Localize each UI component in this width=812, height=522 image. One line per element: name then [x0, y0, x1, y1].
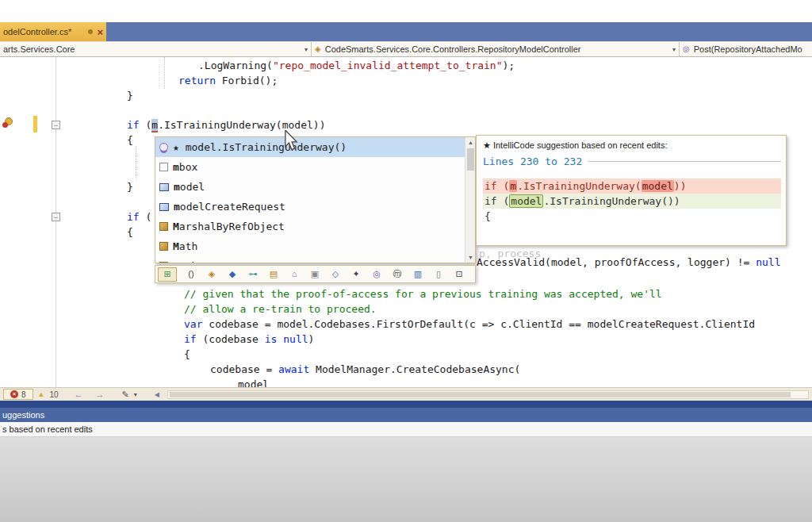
error-dot	[2, 122, 8, 128]
changed-line-indicator	[33, 116, 37, 132]
indent-guide	[136, 146, 136, 179]
modules-filter-icon[interactable]: ◆	[223, 267, 242, 282]
error-count-button[interactable]: × 8	[3, 389, 33, 400]
scroll-up-icon[interactable]: ▲	[465, 137, 476, 148]
window-divider-bar	[0, 401, 812, 408]
extension-methods-filter-icon[interactable]: ⊶	[243, 267, 262, 282]
suggestions-list-item[interactable]: s based on recent edits	[0, 422, 812, 437]
code-line: // given that the proof-of-access for a …	[184, 288, 662, 301]
completion-item[interactable]: MathF	[155, 256, 465, 263]
star-icon: ★	[483, 140, 491, 150]
objects-filter-icon[interactable]: ▣	[305, 267, 324, 282]
code-line: // allow a re-train to proceed.	[184, 303, 377, 316]
pen-icon[interactable]: ✎	[122, 390, 129, 400]
navigate-back-icon[interactable]: ←	[75, 390, 83, 399]
code-line: {	[184, 348, 190, 361]
outlining-margin-line	[56, 57, 56, 387]
code-line: .LogWarning("repo_model_invalid_attempt_…	[198, 59, 515, 72]
code-line: {	[127, 226, 133, 239]
templates-filter-icon[interactable]: ▥	[408, 267, 427, 282]
class-icon	[159, 222, 168, 231]
quick-action-lightbulb-icon[interactable]	[2, 117, 13, 128]
type-dropdown[interactable]: ◈ CodeSmarts.Services.Core.Controllers.R…	[312, 42, 680, 56]
error-icon: ×	[10, 390, 18, 398]
intellicode-diff-line: if (model.IsTrainingUnderway())	[483, 194, 781, 209]
horizontal-scrollbar-thumb[interactable]	[170, 392, 791, 397]
classes-filter-icon[interactable]: ◈	[202, 267, 221, 282]
scroll-left-icon[interactable]: ◀	[155, 391, 159, 398]
tab-modelcontroller[interactable]: odelController.cs* ×	[0, 22, 106, 41]
intellicode-header-text: IntelliCode suggestion based on recent e…	[493, 140, 668, 150]
methods-filter-icon[interactable]: ◎	[367, 267, 386, 282]
completion-item[interactable]: model	[155, 177, 465, 197]
completion-item[interactable]: modelCreateRequest	[155, 197, 465, 217]
project-dropdown[interactable]: arts.Services.Core ▾	[0, 42, 312, 56]
scroll-down-icon[interactable]: ▼	[465, 252, 476, 263]
interfaces-filter-icon[interactable]: ◇	[326, 267, 345, 282]
box-icon	[159, 163, 168, 171]
namespaces-filter-icon[interactable]: ⌂	[285, 267, 304, 282]
code-line: var codebase = model.Codebases.FirstOrDe…	[184, 318, 755, 331]
type-dropdown-label: CodeSmarts.Services.Core.Controllers.Rep…	[325, 44, 668, 54]
intellicode-diff-line: if (m.IsTrainingUnderway(model))	[483, 178, 781, 194]
code-line: AccessValid(model, proofOfAccess, logger…	[477, 256, 781, 269]
code-line: if (	[127, 211, 151, 224]
divider	[588, 161, 781, 162]
keywords-filter-icon[interactable]: ▯	[429, 267, 448, 282]
lines-range-label: Lines 230 to 232	[483, 155, 582, 167]
completion-item[interactable]: MarshalByRefObject	[155, 217, 465, 236]
code-line: codebase = await ModelManager.CreateCode…	[210, 363, 520, 376]
scrollbar-thumb[interactable]	[467, 148, 474, 171]
desktop-background	[0, 437, 812, 522]
completion-item-label: Math	[173, 240, 197, 252]
warning-count: 10	[49, 390, 58, 399]
error-count: 8	[21, 390, 26, 399]
completion-item[interactable]: Math	[155, 236, 465, 256]
expander-filter-icon[interactable]: ⊞	[158, 267, 177, 282]
completion-item-label: MarshalByRefObject	[173, 221, 285, 232]
intellicode-diff-line: {	[483, 209, 781, 224]
pin-icon[interactable]	[88, 29, 93, 34]
intellicode-header: ★ IntelliCode suggestion based on recent…	[483, 140, 781, 151]
locals-filter-icon[interactable]: ⓜ	[388, 267, 407, 282]
indent-guide	[164, 57, 165, 89]
code-editor[interactable]: – – .LogWarning("repo_model_invalid_atte…	[0, 57, 812, 387]
operators-filter-icon[interactable]: ()	[182, 267, 201, 282]
project-dropdown-label: arts.Services.Core	[3, 44, 301, 54]
completion-filter-bar: ⊞()◈◆⊶▤⌂▣◇✦◎ⓜ▥▯⊡	[155, 265, 476, 283]
completion-item[interactable]: mbox	[155, 157, 465, 177]
class-icon	[159, 242, 168, 251]
chevron-down-icon: ▾	[304, 46, 308, 53]
code-line: model	[238, 378, 269, 387]
code-line: {	[127, 134, 133, 147]
editor-status-strip: × 8 ▲ 10 ← → ✎ ▾ ◀	[0, 387, 812, 401]
code-line: return Forbid();	[178, 75, 278, 87]
properties-filter-icon[interactable]: ✦	[347, 267, 366, 282]
completion-item-label: mbox	[173, 161, 197, 173]
collapse-toggle[interactable]: –	[52, 213, 60, 221]
collapse-toggle[interactable]: –	[52, 121, 60, 129]
snippets-filter-icon[interactable]: ⊡	[450, 267, 469, 282]
completion-item-label: MathF	[173, 260, 204, 263]
horizontal-scrollbar[interactable]	[167, 390, 809, 399]
completion-scrollbar[interactable]: ▲ ▼	[465, 137, 475, 263]
suggestions-titlebar[interactable]: uggestions	[0, 408, 812, 422]
window-top-area	[0, 0, 812, 22]
completion-item-label: model	[174, 181, 205, 193]
local-icon	[159, 183, 169, 191]
code-line: }	[127, 181, 133, 194]
intellisense-completion-list[interactable]: ★ model.IsTrainingUnderway()mboxmodelmod…	[155, 136, 476, 263]
code-navigation-bar: arts.Services.Core ▾ ◈ CodeSmarts.Servic…	[0, 41, 812, 57]
chevron-down-icon[interactable]: ▾	[134, 391, 137, 398]
class-icon: ◈	[315, 45, 321, 53]
intellicode-diff: if (m.IsTrainingUnderway(model))if (mode…	[483, 178, 781, 224]
intellicode-suggestion-panel: ★ IntelliCode suggestion based on recent…	[476, 135, 787, 246]
fields-filter-icon[interactable]: ▤	[264, 267, 283, 282]
completion-item[interactable]: ★ model.IsTrainingUnderway()	[155, 137, 465, 157]
navigate-forward-icon[interactable]: →	[96, 390, 105, 399]
member-dropdown[interactable]: ◎ Post(RepositoryAttachedMo	[680, 42, 812, 56]
member-dropdown-label: Post(RepositoryAttachedMo	[694, 44, 809, 54]
code-line: if (codebase is null)	[184, 333, 314, 346]
intellicode-lines-label-row: Lines 230 to 232	[483, 155, 781, 167]
close-icon[interactable]: ×	[97, 27, 103, 37]
